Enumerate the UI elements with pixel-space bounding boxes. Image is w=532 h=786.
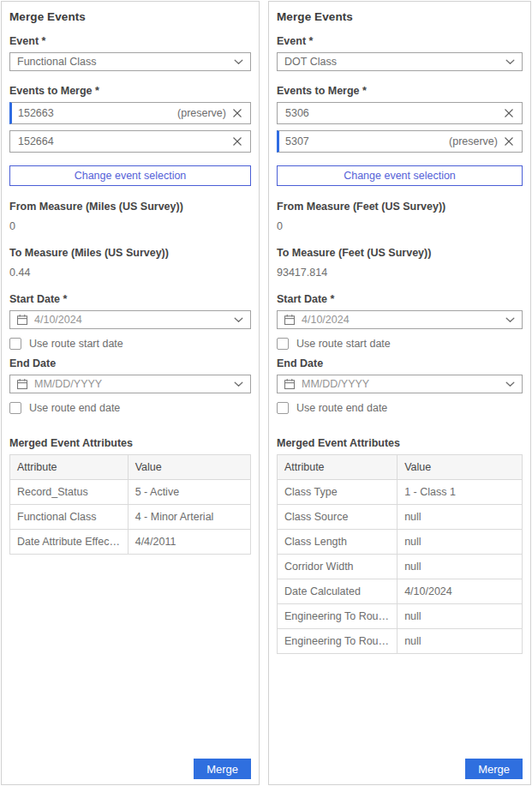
table-row: Record_Status 5 - Active [10,480,251,505]
event-label: Event * [277,35,523,47]
use-route-start-date-label: Use route start date [29,338,123,350]
close-icon[interactable] [504,136,514,147]
use-route-start-date-checkbox[interactable]: Use route start date [9,338,251,350]
event-id-value: 5306 [285,107,498,119]
merge-button[interactable]: Merge [194,759,251,779]
checkbox-box[interactable] [9,338,21,350]
table-row: Date Calculated 4/10/2024 [278,579,523,604]
event-id-value: 5307 [285,135,449,147]
value-column-header: Value [398,455,523,480]
table-row: Date Attribute Effective 4/4/2011 [10,530,251,555]
change-event-selection-button[interactable]: Change event selection [9,165,251,186]
end-date-input[interactable]: MM/DD/YYYY [9,375,251,393]
start-date-label: Start Date * [9,293,251,305]
events-to-merge-label: Events to Merge * [277,85,523,97]
attribute-cell: Engineering To RouteID [278,604,398,629]
change-event-selection-button[interactable]: Change event selection [277,165,523,186]
event-select[interactable]: Functional Class [9,52,251,71]
start-date-value: 4/10/2024 [34,314,234,326]
events-to-merge-label: Events to Merge * [9,85,251,97]
table-row: Functional Class 4 - Minor Arterial [10,505,251,530]
use-route-end-date-checkbox[interactable]: Use route end date [9,402,251,414]
table-header-row: Attribute Value [278,455,523,480]
panel-title: Merge Events [9,10,251,23]
value-cell: 4/10/2024 [398,579,523,604]
use-route-end-date-label: Use route end date [29,402,120,414]
attribute-cell: Class Source [278,505,398,530]
attribute-cell: Class Type [278,480,398,505]
value-cell: 1 - Class 1 [398,480,523,505]
to-measure-value: 93417.814 [277,267,523,279]
calendar-icon [16,378,28,390]
use-route-end-date-label: Use route end date [296,402,387,414]
chevron-down-icon [505,59,515,65]
value-cell: null [398,530,523,555]
merged-event-attributes-table: Attribute Value Record_Status 5 - Active… [9,454,251,555]
event-label: Event * [9,35,251,47]
chevron-down-icon [505,381,515,387]
to-measure-label: To Measure (Miles (US Survey)) [9,247,251,259]
end-date-value: MM/DD/YYYY [34,378,234,390]
panel-title: Merge Events [277,10,523,23]
value-cell: 4 - Minor Arterial [128,505,250,530]
table-header-row: Attribute Value [10,455,251,480]
use-route-start-date-checkbox[interactable]: Use route start date [277,338,523,350]
from-measure-label: From Measure (Feet (US Survey)) [277,201,523,213]
event-id-value: 152663 [18,107,177,119]
checkbox-box[interactable] [277,338,289,350]
close-icon[interactable] [504,108,514,118]
checkbox-box[interactable] [277,402,289,414]
calendar-icon [284,314,296,326]
event-to-merge-item[interactable]: 5307 (preserve) [277,130,523,153]
attribute-cell: Corridor Width [278,555,398,579]
value-cell: null [398,505,523,530]
start-date-value: 4/10/2024 [302,314,505,326]
end-date-input[interactable]: MM/DD/YYYY [277,375,523,393]
from-measure-label: From Measure (Miles (US Survey)) [9,201,251,213]
attribute-column-header: Attribute [10,455,129,480]
end-date-label: End Date [277,357,523,369]
use-route-end-date-checkbox[interactable]: Use route end date [277,402,523,414]
event-to-merge-item[interactable]: 5306 [277,102,523,124]
from-measure-value: 0 [9,220,251,232]
value-cell: 4/4/2011 [128,530,250,555]
from-measure-value: 0 [277,220,523,232]
close-icon[interactable] [232,108,242,118]
start-date-label: Start Date * [277,293,523,305]
use-route-start-date-label: Use route start date [296,338,391,350]
event-id-value: 152664 [18,135,226,147]
start-date-input[interactable]: 4/10/2024 [9,310,251,329]
end-date-label: End Date [9,357,251,369]
close-icon[interactable] [232,136,242,147]
merged-event-attributes-table: Attribute Value Class Type 1 - Class 1 C… [277,454,523,654]
merge-button[interactable]: Merge [465,759,523,779]
merged-event-attributes-title: Merged Event Attributes [9,437,251,449]
checkbox-box[interactable] [9,402,21,414]
table-row: Engineering To Route ... null [278,629,523,654]
merge-events-panel-right: Merge Events Event * DOT Class Events to… [268,1,531,785]
calendar-icon [284,378,296,390]
chevron-down-icon [234,317,243,323]
to-measure-label: To Measure (Feet (US Survey)) [277,247,523,259]
chevron-down-icon [234,381,243,387]
chevron-down-icon [234,59,243,65]
end-date-value: MM/DD/YYYY [302,378,505,390]
table-row: Class Source null [278,505,523,530]
event-select-value: DOT Class [284,56,505,68]
preserve-flag-label: (preserve) [177,107,226,119]
start-date-input[interactable]: 4/10/2024 [277,310,523,329]
attribute-cell: Date Attribute Effective [10,530,129,555]
table-row: Class Length null [278,530,523,555]
merged-event-attributes-title: Merged Event Attributes [277,437,523,449]
value-cell: 5 - Active [128,480,250,505]
to-measure-value: 0.44 [9,267,251,279]
value-cell: null [398,604,523,629]
panel-footer: Merge [9,759,251,780]
event-select[interactable]: DOT Class [277,52,523,71]
event-to-merge-item[interactable]: 152663 (preserve) [9,102,251,124]
table-row: Corridor Width null [278,555,523,579]
calendar-icon [16,314,28,326]
attribute-cell: Class Length [278,530,398,555]
event-to-merge-item[interactable]: 152664 [9,130,251,153]
attribute-column-header: Attribute [278,455,398,480]
